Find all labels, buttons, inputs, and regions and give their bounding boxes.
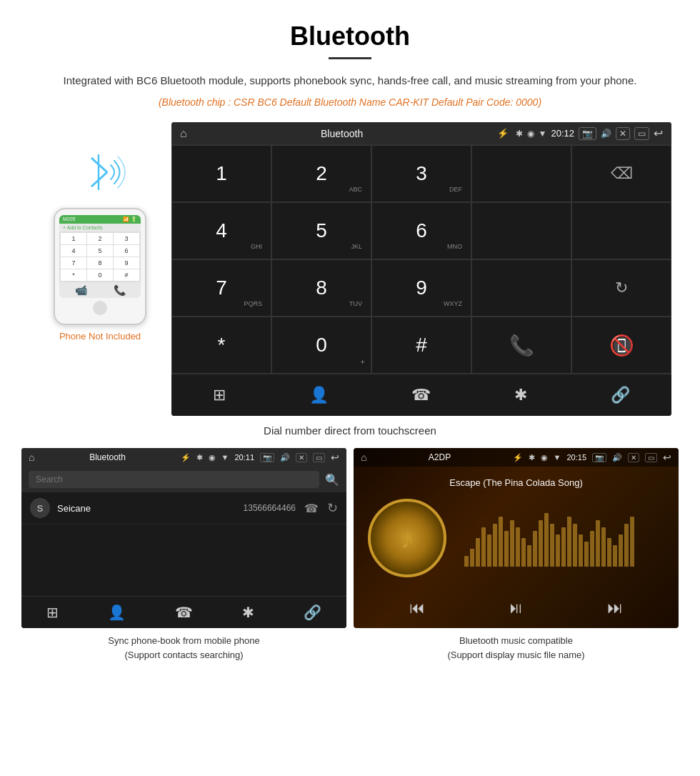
phone-key-5[interactable]: 5: [87, 245, 113, 257]
music-prev-button[interactable]: ⏮: [409, 599, 425, 617]
music-play-pause-button[interactable]: ⏯: [508, 599, 524, 617]
phone-key-hash[interactable]: #: [114, 269, 139, 281]
pb-loc-icon: ◉: [209, 453, 216, 462]
dial-key-2[interactable]: 2 ABC: [271, 145, 371, 202]
bluetooth-status-icon: ✱: [516, 129, 523, 139]
phone-screen: M205 📶 🔋 + Add to Contacts 1 2 3 4 5 6 7…: [59, 215, 141, 298]
music-back-icon[interactable]: ↩: [663, 452, 671, 463]
dial-key-1[interactable]: 1: [171, 145, 271, 202]
pb-nav-phone[interactable]: ☎: [175, 604, 193, 621]
nav-phone-icon[interactable]: ☎: [400, 383, 442, 407]
wifi-icon: ▼: [539, 129, 547, 139]
pb-win-icon[interactable]: ▭: [313, 453, 325, 462]
nav-contacts-icon[interactable]: 👤: [298, 383, 340, 407]
pb-cam-icon[interactable]: 📷: [260, 453, 274, 462]
dial-key-7[interactable]: 7 PQRS: [171, 259, 271, 317]
header-section: Bluetooth Integrated with BC6 Bluetooth …: [0, 0, 700, 122]
phone-key-1[interactable]: 1: [61, 233, 86, 244]
dial-key-5[interactable]: 5 JKL: [271, 202, 371, 259]
usb-icon: ⚡: [497, 128, 509, 139]
dial-key-0[interactable]: 0 +: [271, 317, 371, 374]
dial-key-9[interactable]: 9 WXYZ: [371, 259, 471, 317]
pb-x-icon[interactable]: ✕: [296, 453, 307, 462]
back-icon[interactable]: ↩: [654, 126, 663, 140]
pb-nav-bt[interactable]: ✱: [242, 604, 254, 621]
contact-row[interactable]: S Seicane 13566664466 ☎ ↻: [21, 492, 346, 524]
music-cam-icon[interactable]: 📷: [592, 453, 606, 462]
nav-grid-icon[interactable]: ⊞: [201, 383, 237, 407]
phone-key-4[interactable]: 4: [61, 245, 86, 257]
viz-bar: [556, 534, 560, 567]
music-album-art: ♪: [368, 499, 446, 577]
main-demo-section: M205 📶 🔋 + Add to Contacts 1 2 3 4 5 6 7…: [0, 122, 700, 416]
car-nav-bar: ⊞ 👤 ☎ ✱ 🔗: [171, 374, 671, 416]
dial-key-star[interactable]: *: [171, 317, 271, 374]
camera-icon[interactable]: 📷: [579, 127, 596, 140]
viz-bar: [596, 520, 600, 567]
dial-call-button[interactable]: 📞: [471, 317, 571, 374]
viz-bar: [590, 531, 594, 567]
close-icon[interactable]: ✕: [616, 127, 630, 140]
phone-key-2[interactable]: 2: [87, 233, 113, 244]
pb-nav-link[interactable]: 🔗: [304, 604, 321, 621]
music-win-icon[interactable]: ▭: [645, 453, 657, 462]
dial-backspace[interactable]: ⌫: [571, 145, 671, 202]
viz-bar: [630, 517, 634, 567]
volume-icon[interactable]: 🔊: [601, 129, 611, 139]
music-home-icon[interactable]: ⌂: [361, 452, 366, 463]
pb-home-icon[interactable]: ⌂: [29, 452, 34, 463]
dial-key-8[interactable]: 8 TUV: [271, 259, 371, 317]
pb-back-icon[interactable]: ↩: [331, 452, 339, 463]
pb-title: Bluetooth: [40, 452, 174, 462]
dial-key-3[interactable]: 3 DEF: [371, 145, 471, 202]
nav-link-icon[interactable]: 🔗: [599, 383, 641, 407]
dial-empty-2: [471, 202, 571, 259]
music-next-button[interactable]: ⏭: [607, 599, 623, 617]
music-vol-icon[interactable]: 🔊: [612, 453, 622, 462]
dial-refresh[interactable]: ↻: [571, 259, 671, 317]
phone-key-8[interactable]: 8: [87, 257, 113, 269]
viz-bar: [573, 524, 577, 567]
phone-key-star[interactable]: *: [61, 269, 86, 281]
pb-search-icon[interactable]: 🔍: [325, 473, 339, 487]
dial-key-6[interactable]: 6 MNO: [371, 202, 471, 259]
music-song-title: Escape (The Pina Colada Song): [449, 477, 582, 488]
nav-bluetooth-icon[interactable]: ✱: [503, 383, 539, 407]
pb-search-input[interactable]: [29, 471, 319, 488]
music-status-bar: ⌂ A2DP ⚡ ✱ ◉ ▼ 20:15 📷 🔊 ✕ ▭ ↩: [354, 448, 679, 467]
pb-vol-icon[interactable]: 🔊: [280, 453, 290, 462]
pb-empty-space: [21, 524, 346, 596]
viz-bar: [607, 538, 611, 567]
phone-key-6[interactable]: 6: [114, 245, 139, 257]
car-screen-title: Bluetooth: [194, 128, 490, 139]
pb-search-bar: 🔍: [21, 467, 346, 492]
phone-key-7[interactable]: 7: [61, 257, 86, 269]
dial-end-button[interactable]: 📵: [571, 317, 671, 374]
dial-key-4[interactable]: 4 GHI: [171, 202, 271, 259]
pb-nav-user[interactable]: 👤: [108, 604, 126, 621]
music-caption: Bluetooth music compatible(Support displ…: [447, 634, 584, 662]
pb-nav-bar: ⊞ 👤 ☎ ✱ 🔗: [21, 596, 346, 628]
viz-bar: [504, 531, 509, 567]
pb-nav-grid[interactable]: ⊞: [46, 604, 59, 621]
phone-mockup: M205 📶 🔋 + Add to Contacts 1 2 3 4 5 6 7…: [54, 208, 146, 325]
contact-call-icon[interactable]: ☎: [304, 502, 319, 515]
phone-home-button[interactable]: [93, 301, 107, 315]
music-x-icon[interactable]: ✕: [628, 453, 639, 462]
viz-bar: [544, 513, 549, 567]
phone-key-3[interactable]: 3: [114, 233, 139, 244]
phone-status-bar: M205 📶 🔋: [59, 215, 141, 224]
viz-bar: [613, 545, 617, 567]
viz-bar: [464, 556, 469, 567]
home-icon[interactable]: ⌂: [180, 127, 187, 140]
viz-bar: [567, 517, 571, 567]
pb-bt-icon: ✱: [196, 453, 203, 462]
phone-key-0[interactable]: 0: [87, 269, 113, 281]
phone-key-9[interactable]: 9: [114, 257, 139, 269]
viz-bar: [579, 534, 583, 567]
contact-refresh-icon[interactable]: ↻: [327, 500, 338, 516]
dial-key-hash[interactable]: #: [371, 317, 471, 374]
window-icon[interactable]: ▭: [634, 127, 649, 140]
viz-bar: [487, 534, 491, 567]
dial-empty-1: [471, 145, 571, 202]
